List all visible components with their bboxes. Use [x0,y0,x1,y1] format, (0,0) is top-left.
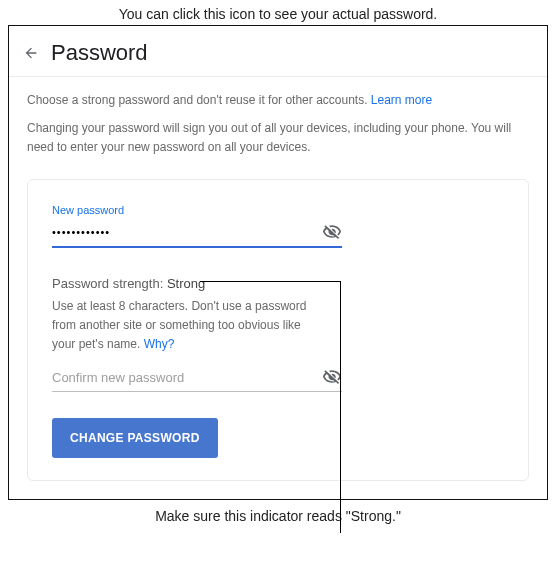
password-hint: Use at least 8 characters. Don't use a p… [52,297,312,353]
strength-value: Strong [167,276,205,291]
visibility-off-icon[interactable] [322,367,342,387]
description-line-2: Changing your password will sign you out… [27,119,529,157]
learn-more-link[interactable]: Learn more [371,93,432,107]
confirm-password-field[interactable]: Confirm new password [52,367,342,392]
confirm-password-placeholder: Confirm new password [52,370,322,385]
password-card: New password •••••••••••• Password stren… [27,179,529,481]
hint-text: Use at least 8 characters. Don't use a p… [52,299,306,350]
new-password-field[interactable]: •••••••••••• [52,222,342,248]
back-arrow-icon[interactable] [23,45,39,61]
visibility-off-icon[interactable] [322,222,342,242]
password-panel: Password Choose a strong password and do… [8,25,548,500]
description-line-1: Choose a strong password and don't reuse… [27,91,529,109]
new-password-value: •••••••••••• [52,226,322,238]
desc1-text: Choose a strong password and don't reuse… [27,93,371,107]
why-link[interactable]: Why? [144,337,175,351]
page-title: Password [51,40,148,66]
strength-label: Password strength: [52,276,167,291]
header: Password [9,26,547,77]
change-password-button[interactable]: CHANGE PASSWORD [52,418,218,458]
password-strength-indicator: Password strength: Strong [52,276,504,291]
annotation-bottom: Make sure this indicator reads "Strong." [0,500,556,524]
description-block: Choose a strong password and don't reuse… [9,77,547,161]
new-password-label: New password [52,204,504,216]
annotation-top: You can click this icon to see your actu… [0,0,556,25]
